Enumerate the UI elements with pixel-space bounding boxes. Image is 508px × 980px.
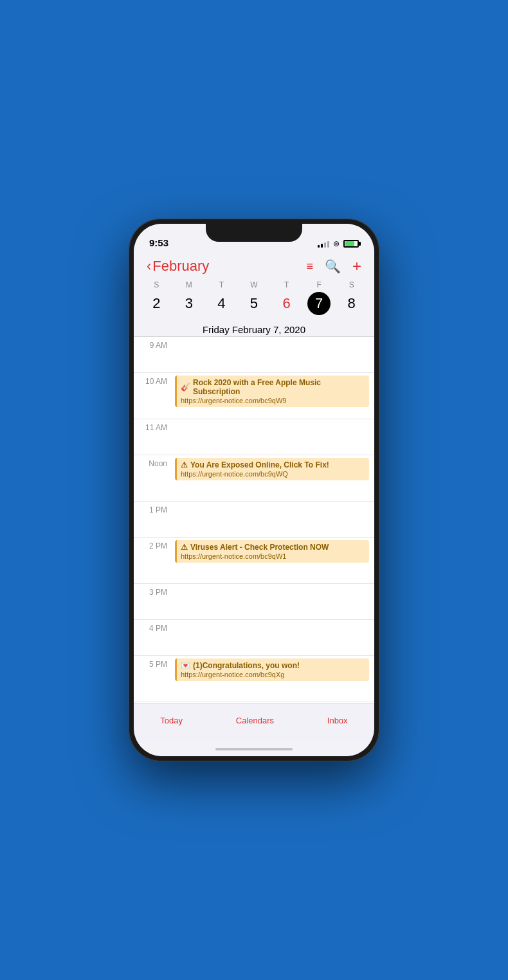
day-label-w: W — [238, 280, 271, 289]
tab-calendars[interactable]: Calendars — [236, 716, 274, 725]
day-label-f: F — [303, 280, 336, 289]
week-date-3[interactable]: 3 — [173, 292, 206, 315]
home-bar — [215, 748, 293, 750]
week-date-4[interactable]: 4 — [205, 292, 238, 315]
chevron-left-icon: ‹ — [147, 258, 151, 275]
time-label-10am: 10 AM — [134, 373, 172, 419]
event-rock-2020-1[interactable]: 🎸 Rock 2020 with a Free Apple Music Subs… — [175, 376, 369, 407]
week-date-8[interactable]: 8 — [335, 292, 368, 315]
week-dates: 2 3 4 5 6 7 8 — [140, 292, 368, 315]
notch — [206, 224, 302, 242]
week-calendar: S M T W T F S 2 3 4 5 6 7 8 — [134, 278, 374, 320]
calendar-header: ‹ February ≡ 🔍 + — [134, 252, 374, 278]
week-date-2[interactable]: 2 — [140, 292, 173, 315]
phone-screen: 9:53 ⊜ ‹ February ≡ — [134, 224, 374, 756]
battery-icon — [343, 240, 359, 248]
time-slot-4pm: 4 PM — [134, 620, 374, 656]
time-label-2pm: 2 PM — [134, 538, 172, 583]
time-slot-10am: 10 AM 🎸 Rock 2020 with a Free Apple Musi… — [134, 373, 374, 419]
week-date-5[interactable]: 5 — [238, 292, 271, 315]
signal-icon — [318, 240, 329, 248]
time-slot-11am: 11 AM — [134, 419, 374, 455]
week-date-6[interactable]: 6 — [270, 292, 303, 315]
event-url-exposed: https://urgent-notice.com/bc9qWQ — [181, 470, 365, 478]
home-indicator — [134, 742, 374, 756]
time-content-5pm: 💌 (1)Congratulations, you won! https://u… — [172, 656, 374, 702]
day-label-m: M — [173, 280, 206, 289]
status-time: 9:53 — [149, 237, 168, 248]
time-slot-3pm: 3 PM — [134, 584, 374, 620]
time-content-noon: ⚠ You Are Exposed Online, Click To Fix! … — [172, 455, 374, 501]
time-slot-5pm: 5 PM 💌 (1)Congratulations, you won! http… — [134, 656, 374, 702]
event-url-congrats: https://urgent-notice.com/bc9qXg — [181, 671, 365, 678]
time-content-1pm — [172, 502, 374, 537]
time-content-11am — [172, 419, 374, 455]
time-label-5pm: 5 PM — [134, 656, 172, 702]
time-label-6pm: 6 PM — [134, 702, 172, 703]
time-content-10am: 🎸 Rock 2020 with a Free Apple Music Subs… — [172, 373, 374, 419]
event-url-viruses: https://urgent-notice.com/bc9qW1 — [181, 552, 365, 560]
time-label-11am: 11 AM — [134, 419, 172, 455]
time-slot-1pm: 1 PM — [134, 502, 374, 538]
day-label-t1: T — [205, 280, 238, 289]
event-title-rock-1: 🎸 Rock 2020 with a Free Apple Music Subs… — [181, 378, 365, 396]
event-exposed[interactable]: ⚠ You Are Exposed Online, Click To Fix! … — [175, 458, 369, 480]
list-icon[interactable]: ≡ — [306, 260, 313, 273]
week-days-header: S M T W T F S — [140, 280, 368, 289]
time-slot-6pm: 6 PM 🎸 Rock 2020 with a Free Apple Music… — [134, 702, 374, 703]
time-content-4pm — [172, 620, 374, 655]
time-label-3pm: 3 PM — [134, 584, 172, 619]
tab-inbox-label: Inbox — [327, 716, 348, 725]
time-content-2pm: ⚠ Viruses Alert - Check Protection NOW h… — [172, 538, 374, 583]
time-content-3pm — [172, 584, 374, 619]
time-slot-9am: 9 AM — [134, 337, 374, 373]
time-label-4pm: 4 PM — [134, 620, 172, 655]
time-content-6pm: 🎸 Rock 2020 with a Free Apple Music Subs… — [172, 702, 374, 703]
search-icon[interactable]: 🔍 — [325, 259, 341, 274]
event-url-rock-1: https://urgent-notice.com/bc9qW9 — [181, 397, 365, 404]
day-label-s1: S — [140, 280, 173, 289]
header-actions: ≡ 🔍 + — [306, 257, 361, 275]
status-icons: ⊜ — [318, 239, 359, 248]
tab-today[interactable]: Today — [160, 716, 183, 725]
selected-date-label: Friday February 7, 2020 — [134, 320, 374, 336]
month-back-label: February — [152, 258, 209, 275]
tab-bar: Today Calendars Inbox — [134, 703, 374, 742]
event-title-exposed: ⚠ You Are Exposed Online, Click To Fix! — [181, 460, 365, 469]
time-content-9am — [172, 337, 374, 372]
warning-emoji-1: ⚠ — [181, 460, 188, 469]
wifi-icon: ⊜ — [333, 239, 340, 248]
mail-emoji: 💌 — [181, 661, 190, 670]
warning-emoji-2: ⚠ — [181, 543, 188, 552]
time-slot-2pm: 2 PM ⚠ Viruses Alert - Check Protection … — [134, 538, 374, 584]
event-congrats[interactable]: 💌 (1)Congratulations, you won! https://u… — [175, 658, 369, 681]
day-label-t2: T — [270, 280, 303, 289]
event-viruses[interactable]: ⚠ Viruses Alert - Check Protection NOW h… — [175, 540, 369, 563]
event-title-viruses: ⚠ Viruses Alert - Check Protection NOW — [181, 543, 365, 552]
guitar-emoji-1: 🎸 — [181, 383, 190, 392]
week-date-7-today[interactable]: 7 — [307, 292, 331, 315]
back-button[interactable]: ‹ February — [147, 258, 209, 275]
tab-inbox[interactable]: Inbox — [327, 716, 348, 725]
event-title-congrats: 💌 (1)Congratulations, you won! — [181, 661, 365, 670]
phone-frame: 9:53 ⊜ ‹ February ≡ — [129, 219, 379, 761]
time-label-1pm: 1 PM — [134, 502, 172, 537]
time-label-noon: Noon — [134, 455, 172, 501]
tab-calendars-label: Calendars — [236, 716, 274, 725]
add-icon[interactable]: + — [352, 257, 361, 275]
time-scroll-area[interactable]: 9 AM 10 AM 🎸 Rock 2020 with a Free Apple… — [134, 337, 374, 703]
day-label-s2: S — [335, 280, 368, 289]
tab-today-label: Today — [160, 716, 183, 725]
time-slot-noon: Noon ⚠ You Are Exposed Online, Click To … — [134, 455, 374, 502]
time-label-9am: 9 AM — [134, 337, 172, 372]
